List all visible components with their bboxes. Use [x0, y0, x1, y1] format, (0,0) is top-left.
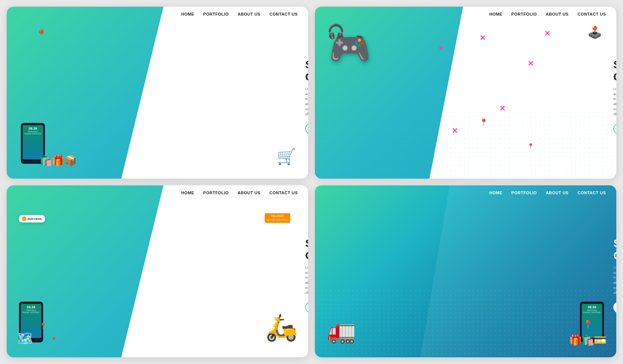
- plus-3: ✕: [544, 29, 551, 38]
- illustration-2: 🎧 🎮 🕹️ ✕ ✕ ✕ ✕ ✕ ✕ 📍 📍: [325, 22, 606, 171]
- nav-about-3[interactable]: ABOUT US: [238, 191, 260, 195]
- nav-home-1[interactable]: HOME: [181, 12, 194, 16]
- card-1-content: HOME PORTFOLIO ABOUT US CONTACT US 08.39…: [7, 7, 308, 179]
- pin-4: 📍: [583, 320, 593, 329]
- phone-sublabel-3: ONLINE SHOPPING: [22, 311, 39, 313]
- card-shopping-cart: HOME PORTFOLIO ABOUT US CONTACT US 08.39…: [7, 7, 308, 179]
- nav-card-3: HOME PORTFOLIO ABOUT US CONTACT US: [7, 185, 308, 200]
- phone-time-4: 08.39: [588, 305, 596, 309]
- nav-card-4: HOME PORTFOLIO ABOUT US CONTACT US: [315, 185, 616, 200]
- main-area-4: 08.39 Wednesday ONLINE SHOPPING 🚛 📍 🎁🛍️💳: [315, 200, 616, 357]
- nav-about-2[interactable]: ABOUT US: [546, 12, 568, 16]
- card-truck-delivery: HOME PORTFOLIO ABOUT US CONTACT US 08.39…: [315, 185, 616, 357]
- check-icon: ✓: [22, 217, 26, 221]
- heading-2: SHOPPING ONLINE: [613, 58, 616, 83]
- card-3-content: HOME PORTFOLIO ABOUT US CONTACT US 08.39…: [7, 185, 308, 357]
- nav-portfolio-3[interactable]: PORTFOLIO: [203, 191, 229, 195]
- success-badge: ✓ SUCCESS: [19, 215, 45, 222]
- nav-portfolio-4[interactable]: PORTFOLIO: [511, 191, 537, 195]
- main-area-1: 08.39 Wednesday ONLINE SHOPPING 📍 🛒 🛍️🎁📦…: [7, 22, 308, 179]
- gameboy-icon: 🕹️: [587, 25, 602, 39]
- description-4: Lorem ipsum dolor sit amet, consectetuer…: [613, 265, 616, 296]
- nav-contact-2[interactable]: CONTACT US: [578, 12, 606, 16]
- illustration-3: 08.39 Wednesday ONLINE SHOPPING ✓ SUCCES…: [17, 200, 298, 350]
- illustration-4: 08.39 Wednesday ONLINE SHOPPING 🚛 📍 🎁🛍️💳: [325, 200, 606, 350]
- card-scooter-delivery: HOME PORTFOLIO ABOUT US CONTACT US 08.39…: [7, 185, 308, 357]
- nav-contact-4[interactable]: CONTACT US: [578, 191, 606, 195]
- pin-2b: 📍: [527, 143, 534, 149]
- pin-3b: 📍: [51, 337, 57, 342]
- nav-about-1[interactable]: ABOUT US: [238, 12, 260, 16]
- nav-about-4[interactable]: ABOUT US: [546, 191, 568, 195]
- description-3: Lorem ipsum dolor sit amet, consectetuer…: [305, 265, 308, 296]
- learn-more-button-4[interactable]: Learn more: [613, 302, 616, 313]
- truck-icon: 🚛: [327, 318, 356, 344]
- main-area-3: 08.39 Wednesday ONLINE SHOPPING ✓ SUCCES…: [7, 200, 308, 357]
- nav-contact-3[interactable]: CONTACT US: [269, 191, 298, 195]
- text-area-2: SHOPPING ONLINE Lorem ipsum dolor sit am…: [606, 58, 616, 134]
- illustration-1: 08.39 Wednesday ONLINE SHOPPING 📍 🛒 🛍️🎁📦: [17, 22, 298, 171]
- nav-card-1: HOME PORTFOLIO ABOUT US CONTACT US: [7, 7, 308, 22]
- dot-deco-1: [601, 339, 605, 342]
- delivery-label: DELIVERYPARCEL LOGISTICS: [265, 213, 290, 223]
- location-pin-1: 📍: [36, 29, 47, 39]
- learn-more-button-1[interactable]: Learn more: [305, 123, 308, 134]
- nav-home-2[interactable]: HOME: [490, 12, 503, 16]
- gift-bags-icon: 🎁🛍️💳: [569, 334, 606, 346]
- plus-1: ✕: [480, 33, 486, 42]
- scooter-icon: 🛵: [265, 312, 298, 342]
- shopping-cart-icon: 🛒: [277, 147, 296, 166]
- learn-more-button-2[interactable]: Learn more: [613, 123, 616, 134]
- phone-time-1: 08.39: [29, 127, 37, 130]
- plus-2: ✕: [527, 59, 534, 68]
- phone-time-3: 08.39: [27, 305, 35, 309]
- text-area-4: SHOPPING ONLINE Lorem ipsum dolor sit am…: [606, 237, 616, 313]
- main-area-2: 🎧 🎮 🕹️ ✕ ✕ ✕ ✕ ✕ ✕ 📍 📍 SHOPPING: [315, 22, 616, 179]
- map-icon: 🗺️: [17, 331, 33, 346]
- heading-4: SHOPPING ONLINE: [613, 237, 616, 261]
- dot-deco-2: [597, 340, 600, 342]
- card-gaming: HOME PORTFOLIO ABOUT US CONTACT US 🎧 🎮 🕹…: [315, 7, 616, 179]
- pin-2a: 📍: [480, 118, 488, 126]
- plus-5: ✕: [452, 126, 458, 135]
- shopping-bags-icon: 🛍️🎁📦: [39, 155, 76, 167]
- heading-3: SHOPPING ONLINE: [305, 237, 308, 261]
- nav-home-4[interactable]: HOME: [490, 191, 503, 195]
- card-2-content: HOME PORTFOLIO ABOUT US CONTACT US 🎧 🎮 🕹…: [315, 7, 616, 179]
- nav-home-3[interactable]: HOME: [181, 191, 194, 195]
- nav-contact-1[interactable]: CONTACT US: [269, 12, 298, 16]
- phone-sublabel-1: ONLINE SHOPPING: [24, 133, 41, 135]
- text-area-1: SHOPPING ONLINE Lorem ipsum dolor sit am…: [298, 58, 308, 134]
- heading-1: SHOPPING ONLINE: [305, 58, 308, 83]
- pin-3a: 📍: [39, 322, 47, 329]
- plus-4: ✕: [499, 104, 506, 113]
- game-controller-icon: 🎮: [329, 29, 371, 68]
- nav-portfolio-1[interactable]: PORTFOLIO: [203, 12, 229, 16]
- text-area-3: SHOPPING ONLINE Lorem ipsum dolor sit am…: [298, 237, 308, 313]
- learn-more-button-3[interactable]: Learn more: [305, 302, 308, 313]
- phone-sublabel-4: ONLINE SHOPPING: [583, 311, 600, 313]
- nav-portfolio-2[interactable]: PORTFOLIO: [511, 12, 537, 16]
- description-1: Lorem ipsum dolor sit amet, consectetuer…: [305, 87, 308, 117]
- nav-card-2: HOME PORTFOLIO ABOUT US CONTACT US: [315, 7, 616, 22]
- description-2: Lorem ipsum dolor sit amet, consectetuer…: [613, 87, 616, 117]
- card-4-content: HOME PORTFOLIO ABOUT US CONTACT US 08.39…: [315, 185, 616, 357]
- plus-6: ✕: [438, 44, 444, 53]
- success-text: SUCCESS: [28, 217, 42, 221]
